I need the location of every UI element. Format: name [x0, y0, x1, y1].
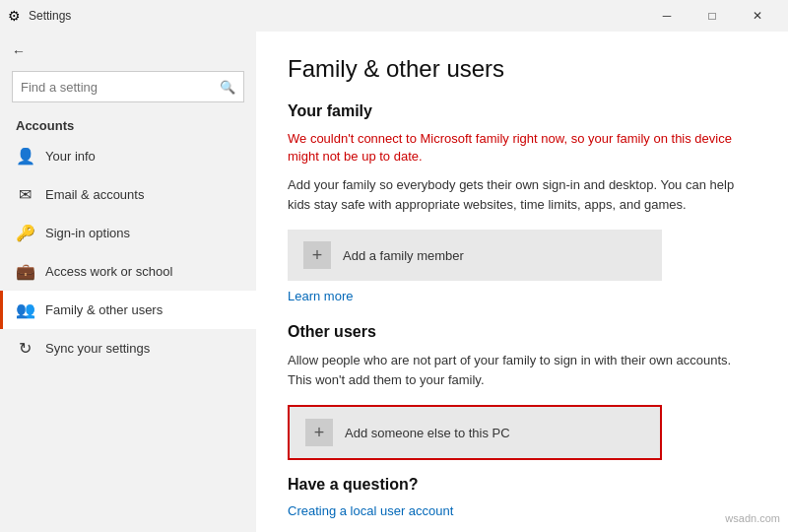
sync-icon: ↻ [16, 339, 33, 358]
close-button[interactable]: ✕ [735, 0, 780, 32]
search-input[interactable] [21, 80, 220, 95]
settings-icon: ⚙ [8, 8, 21, 24]
family-icon: 👥 [16, 300, 33, 319]
sidebar-item-label-sign-in: Sign-in options [45, 226, 130, 240]
sidebar-item-label-family: Family & other users [45, 302, 163, 317]
back-icon: ← [12, 43, 26, 59]
email-icon: ✉ [16, 185, 33, 204]
sidebar-item-family-users[interactable]: 👥 Family & other users [0, 291, 256, 329]
family-description: Add your family so everybody gets their … [288, 175, 756, 214]
learn-more-link[interactable]: Learn more [288, 289, 756, 303]
sidebar-item-label-work: Access work or school [45, 264, 172, 279]
titlebar-title: Settings [29, 9, 71, 23]
titlebar: ⚙ Settings ─ □ ✕ [0, 0, 788, 32]
sidebar-section-label: Accounts [0, 110, 256, 137]
sidebar-back-button[interactable]: ← [0, 35, 256, 67]
other-users-description: Allow people who are not part of your fa… [288, 351, 756, 389]
sidebar-item-label-email: Email & accounts [45, 187, 144, 202]
sidebar-item-your-info[interactable]: 👤 Your info [0, 137, 256, 175]
sidebar-item-sign-in[interactable]: 🔑 Sign-in options [0, 214, 256, 252]
other-users-title: Other users [288, 323, 756, 341]
sidebar-item-sync[interactable]: ↻ Sync your settings [0, 329, 256, 367]
titlebar-left: ⚙ Settings [8, 8, 71, 24]
work-icon: 💼 [16, 262, 33, 281]
add-family-plus-icon: + [303, 241, 331, 269]
sidebar-search-container: 🔍 [12, 71, 244, 102]
your-info-icon: 👤 [16, 147, 33, 166]
sidebar-item-email-accounts[interactable]: ✉ Email & accounts [0, 175, 256, 214]
add-someone-plus-icon: + [305, 419, 333, 446]
sidebar-item-label-sync: Sync your settings [45, 341, 150, 356]
your-family-title: Your family [288, 102, 756, 120]
add-someone-button[interactable]: + Add someone else to this PC [288, 405, 662, 460]
search-icon: 🔍 [220, 80, 235, 95]
sidebar-item-access-work[interactable]: 💼 Access work or school [0, 252, 256, 291]
add-someone-label: Add someone else to this PC [345, 426, 510, 440]
page-title: Family & other users [288, 55, 756, 83]
window-body: ← 🔍 Accounts 👤 Your info ✉ Email & accou… [0, 32, 788, 532]
creating-local-link[interactable]: Creating a local user account [288, 503, 756, 518]
sidebar: ← 🔍 Accounts 👤 Your info ✉ Email & accou… [0, 32, 256, 532]
minimize-button[interactable]: ─ [644, 0, 690, 32]
sign-in-icon: 🔑 [16, 224, 33, 242]
sidebar-item-label-your-info: Your info [45, 149, 96, 164]
add-family-member-button[interactable]: + Add a family member [288, 230, 662, 281]
watermark: wsadn.com [725, 512, 780, 524]
content-area: Family & other users Your family We coul… [256, 32, 788, 532]
add-family-member-label: Add a family member [343, 248, 464, 263]
family-error-message: We couldn't connect to Microsoft family … [288, 130, 756, 166]
have-question-title: Have a question? [288, 476, 756, 494]
maximize-button[interactable]: □ [690, 0, 735, 32]
titlebar-controls: ─ □ ✕ [644, 0, 780, 32]
